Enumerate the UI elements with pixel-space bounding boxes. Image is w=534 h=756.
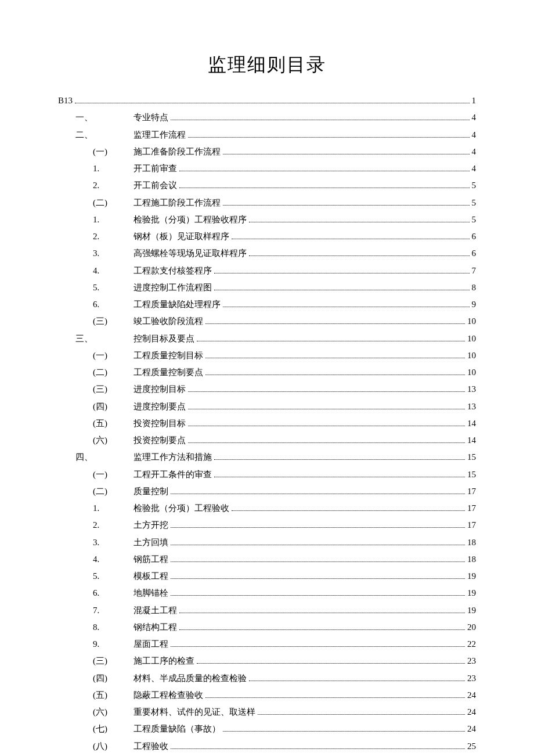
toc-entry-label: (一) xyxy=(93,349,134,362)
toc-entry-text: 工程质量控制要点 xyxy=(134,366,203,379)
toc-entry-label: 5. xyxy=(93,281,134,294)
toc-leader-dots xyxy=(223,731,465,732)
toc-entry: (二)工程质量控制要点10 xyxy=(58,366,476,379)
toc-leader-dots xyxy=(188,137,470,138)
toc-entry-label: 6. xyxy=(93,298,134,311)
toc-entry-label: (五) xyxy=(93,689,134,702)
toc-entry-label: 一、 xyxy=(75,111,134,124)
toc-entry-page: 4 xyxy=(472,128,477,142)
toc-entry-page: 24 xyxy=(467,705,476,719)
toc-leader-dots xyxy=(205,358,465,358)
toc-leader-dots xyxy=(223,307,470,307)
toc-entry: 9.屋面工程22 xyxy=(58,638,476,651)
toc-leader-dots xyxy=(171,595,465,596)
toc-entry-text: 工程开工条件的审查 xyxy=(134,468,212,481)
toc-entry-label: B13 xyxy=(58,94,73,107)
toc-leader-dots xyxy=(249,222,470,222)
toc-entry-page: 13 xyxy=(467,383,476,396)
toc-entry-page: 14 xyxy=(467,434,476,447)
toc-entry-label: (二) xyxy=(93,366,134,379)
toc-entry-text: 开工前会议 xyxy=(134,179,177,192)
toc-leader-dots xyxy=(171,494,465,494)
toc-entry: 6.工程质量缺陷处理程序9 xyxy=(58,298,476,311)
toc-entry-text: 重要材料、试件的见证、取送样 xyxy=(134,705,255,719)
toc-entry-page: 17 xyxy=(467,502,476,515)
toc-entry: 1.检验批（分项）工程验收17 xyxy=(58,502,476,515)
toc-entry: 8.钢结构工程20 xyxy=(58,621,476,634)
toc-entry-label: 1. xyxy=(93,162,134,175)
toc-entry: 6.地脚锚栓19 xyxy=(58,586,476,600)
toc-entry-page: 19 xyxy=(467,570,476,583)
toc-leader-dots xyxy=(223,154,470,154)
toc-leader-dots xyxy=(188,442,465,443)
toc-entry-page: 10 xyxy=(467,366,476,379)
toc-leader-dots xyxy=(188,426,465,426)
toc-leader-dots xyxy=(249,255,470,256)
toc-leader-dots xyxy=(188,391,465,392)
toc-leader-dots xyxy=(179,613,465,613)
toc-leader-dots xyxy=(179,629,465,630)
toc-entry-label: 4. xyxy=(93,264,134,278)
toc-entry-page: 24 xyxy=(467,689,476,702)
toc-entry-page: 20 xyxy=(467,621,476,634)
toc-entry: (一)施工准备阶段工作流程4 xyxy=(58,145,476,159)
toc-entry: 1.检验批（分项）工程验收程序5 xyxy=(58,213,476,226)
toc-entry-label: (七) xyxy=(93,722,134,736)
toc-entry: (三)进度控制目标13 xyxy=(58,383,476,396)
toc-entry: B131 xyxy=(58,94,476,107)
toc-entry: (四)进度控制要点13 xyxy=(58,400,476,413)
toc-entry-text: 模板工程 xyxy=(134,570,168,583)
toc-entry-page: 25 xyxy=(467,740,476,753)
toc-entry-page: 17 xyxy=(467,485,476,498)
toc-entry-page: 18 xyxy=(467,536,476,549)
toc-entry-label: (四) xyxy=(93,400,134,413)
toc-entry-text: 施工工序的检查 xyxy=(134,654,194,668)
toc-entry: (七)工程质量缺陷（事故）24 xyxy=(58,722,476,736)
toc-entry-text: 监理工作方法和措施 xyxy=(134,451,212,464)
toc-entry: (一)工程开工条件的审查15 xyxy=(58,468,476,481)
toc-entry: 二、监理工作流程4 xyxy=(58,128,476,142)
toc-entry-page: 6 xyxy=(472,247,477,260)
toc-entry-text: 工程验收 xyxy=(134,740,168,753)
toc-entry-label: (三) xyxy=(93,315,134,328)
toc-entry: 三、控制目标及要点10 xyxy=(58,332,476,345)
toc-entry-page: 24 xyxy=(467,722,476,736)
toc-leader-dots xyxy=(171,646,465,647)
toc-entry-label: 7. xyxy=(93,604,134,617)
toc-entry-label: 2. xyxy=(93,230,134,243)
toc-entry-label: (一) xyxy=(93,145,134,159)
toc-entry-page: 23 xyxy=(467,654,476,668)
toc-entry-text: 工程质量控制目标 xyxy=(134,349,203,362)
toc-entry-label: 2. xyxy=(93,519,134,532)
toc-leader-dots xyxy=(214,459,465,460)
toc-entry: 3.土方回填18 xyxy=(58,536,476,549)
toc-entry-page: 19 xyxy=(467,604,476,617)
toc-entry-text: 投资控制目标 xyxy=(134,417,186,430)
toc-leader-dots xyxy=(232,239,470,239)
toc-leader-dots xyxy=(205,697,465,698)
toc-entry-text: 混凝土工程 xyxy=(134,604,177,617)
toc-leader-dots xyxy=(205,375,465,375)
toc-leader-dots xyxy=(179,171,470,171)
toc-entry-label: 3. xyxy=(93,247,134,260)
toc-entry-text: 检验批（分项）工程验收 xyxy=(134,502,229,515)
toc-entry-page: 10 xyxy=(467,349,476,362)
toc-entry-label: (二) xyxy=(93,485,134,498)
toc-entry-text: 土方开挖 xyxy=(134,519,168,532)
toc-entry-text: 投资控制要点 xyxy=(134,434,186,447)
toc-entry-text: 进度控制目标 xyxy=(134,383,186,396)
toc-entry: (三)竣工验收阶段流程10 xyxy=(58,315,476,328)
toc-entry: 5.模板工程19 xyxy=(58,570,476,583)
toc-entry: 四、监理工作方法和措施15 xyxy=(58,451,476,464)
toc-entry-page: 8 xyxy=(472,281,477,294)
toc-leader-dots xyxy=(171,748,465,749)
toc-entry-text: 屋面工程 xyxy=(134,638,168,651)
toc-leader-dots xyxy=(214,477,465,477)
toc-entry-text: 开工前审查 xyxy=(134,162,177,175)
toc-entry: 5.进度控制工作流程图8 xyxy=(58,281,476,294)
toc-entry-label: (一) xyxy=(93,468,134,481)
toc-entry-text: 施工准备阶段工作流程 xyxy=(134,145,221,159)
toc-entry-page: 4 xyxy=(472,145,477,159)
toc-entry-text: 工程款支付核签程序 xyxy=(134,264,212,278)
table-of-contents: B131一、专业特点4二、监理工作流程4(一)施工准备阶段工作流程41.开工前审… xyxy=(58,94,476,756)
